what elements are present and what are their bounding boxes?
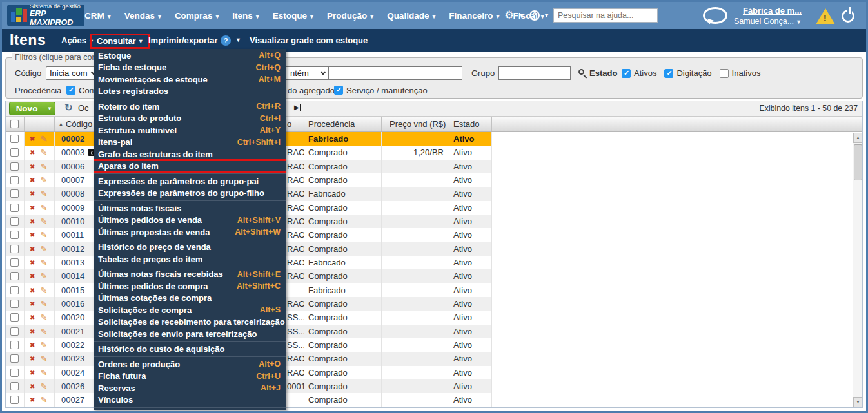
pencil-edit-icon[interactable]: ✎ — [40, 340, 47, 350]
checkbox[interactable] — [66, 86, 75, 95]
menu-item[interactable]: Estrutura de produto Ctrl+I — [94, 113, 286, 125]
pencil-edit-icon[interactable]: ✎ — [40, 148, 47, 157]
delete-x-icon[interactable]: ✖ — [30, 135, 35, 142]
novo-dropdown-icon[interactable]: ▼ — [44, 102, 55, 115]
menu-item[interactable]: Grafo das estruturas do item — [94, 148, 286, 160]
header-preco[interactable]: Preço vnd (R$) — [382, 117, 449, 131]
help-chevron-down-icon[interactable]: ▼ — [235, 29, 241, 52]
link-visualizar-grade[interactable]: Visualizar grade com estoque — [250, 29, 368, 52]
row-checkbox[interactable] — [10, 231, 19, 239]
menu-item[interactable]: Ficha de estoque Ctrl+Q — [94, 62, 286, 74]
row-checkbox[interactable] — [10, 369, 19, 377]
menu-item[interactable]: Ficha futura Ctrl+U — [94, 370, 286, 383]
delete-x-icon[interactable]: ✖ — [30, 231, 35, 238]
pencil-edit-icon[interactable]: ✎ — [40, 162, 47, 171]
pencil-edit-icon[interactable]: ✎ — [40, 258, 47, 267]
delete-x-icon[interactable]: ✖ — [30, 259, 35, 266]
row-checkbox[interactable] — [10, 313, 19, 322]
delete-x-icon[interactable]: ✖ — [30, 204, 35, 211]
row-checkbox[interactable] — [10, 300, 19, 308]
row-checkbox[interactable] — [10, 382, 19, 390]
menu-item[interactable]: Lotes registrados — [94, 86, 286, 98]
checkbox[interactable] — [334, 86, 343, 95]
item-code-link[interactable]: 00011 — [61, 230, 84, 240]
delete-x-icon[interactable]: ✖ — [30, 355, 35, 362]
pencil-edit-icon[interactable]: ✎ — [40, 244, 47, 254]
menu-item[interactable]: Últimos pedidos de venda Alt+Shift+V — [94, 215, 286, 227]
pencil-edit-icon[interactable]: ✎ — [40, 381, 47, 391]
pencil-edit-icon[interactable]: ✎ — [40, 230, 47, 240]
menu-item[interactable]: Itens-pai Ctrl+Shift+I — [94, 137, 286, 149]
delete-x-icon[interactable]: ✖ — [30, 218, 35, 225]
help-chevron-down-icon[interactable]: ▼ — [544, 2, 549, 29]
main-menu-item[interactable]: Qualidade▼ — [387, 11, 437, 21]
delete-x-icon[interactable]: ✖ — [30, 300, 35, 307]
menu-acoes[interactable]: Ações▼ — [61, 29, 94, 52]
row-checkbox[interactable] — [10, 162, 19, 171]
scroll-up-icon[interactable]: ▲ — [853, 133, 863, 143]
menu-item[interactable]: Movimentações de estoque Alt+M — [94, 73, 286, 86]
estado-option[interactable]: Ativos — [622, 68, 656, 78]
menu-item[interactable]: Expressões de parâmetros do grupo-filho — [94, 187, 286, 200]
main-menu-item[interactable]: Financeiro▼ — [449, 11, 500, 21]
menu-item[interactable]: Últimas propostas de venda Alt+Shift+W — [94, 226, 286, 238]
main-menu-item[interactable]: Estoque▼ — [273, 11, 315, 21]
item-code-link[interactable]: 00003 — [61, 148, 84, 157]
menu-item[interactable]: Solicitações de envio para terceirização — [94, 328, 286, 340]
vertical-scrollbar[interactable]: ▲ ▼ — [853, 133, 863, 407]
filters-legend[interactable]: Filtros (clique para con — [12, 53, 99, 62]
ocultar-filtros-link[interactable]: Oc — [78, 103, 89, 113]
company-link[interactable]: Fábrica de m... — [734, 6, 802, 15]
menu-item[interactable]: Roteiro do item Ctrl+R — [94, 101, 286, 113]
header-procedencia[interactable]: Procedência — [304, 117, 382, 131]
header-estado[interactable]: Estado — [449, 117, 492, 131]
delete-x-icon[interactable]: ✖ — [30, 177, 35, 184]
menu-item[interactable]: Ordens de produção Alt+O — [94, 358, 286, 370]
grupo-input[interactable] — [498, 66, 571, 80]
menu-item[interactable]: Solicitações de compra Alt+S — [94, 304, 286, 316]
menu-item[interactable]: Últimos pedidos de compra Alt+Shift+C — [94, 280, 286, 293]
delete-x-icon[interactable]: ✖ — [30, 383, 35, 390]
estado-option[interactable]: Digitação — [664, 68, 711, 78]
pencil-edit-icon[interactable]: ✎ — [40, 203, 47, 213]
menu-item[interactable]: Histórico do custo de aquisição — [94, 343, 286, 356]
menu-item[interactable]: Tabelas de preços do item — [94, 253, 286, 265]
row-checkbox[interactable] — [10, 354, 19, 363]
delete-x-icon[interactable]: ✖ — [30, 328, 35, 335]
checkbox[interactable] — [622, 69, 631, 78]
main-menu-item[interactable]: Produção▼ — [327, 11, 375, 21]
menu-item[interactable]: Últimas cotações de compra — [94, 293, 286, 305]
item-code-link[interactable]: 00013 — [61, 258, 84, 267]
pencil-edit-icon[interactable]: ✎ — [40, 189, 47, 198]
delete-x-icon[interactable]: ✖ — [30, 163, 35, 170]
pencil-edit-icon[interactable]: ✎ — [40, 175, 47, 185]
delete-x-icon[interactable]: ✖ — [30, 273, 35, 280]
row-checkbox[interactable] — [10, 341, 19, 349]
row-checkbox[interactable] — [10, 176, 19, 184]
delete-x-icon[interactable]: ✖ — [30, 149, 35, 156]
delete-x-icon[interactable]: ✖ — [30, 396, 35, 403]
menu-item[interactable]: Vínculos — [94, 394, 286, 407]
item-code-link[interactable]: 00023 — [61, 354, 84, 363]
item-code-link[interactable]: 00008 — [61, 189, 84, 198]
pencil-edit-icon[interactable]: ✎ — [40, 354, 47, 363]
main-menu-item[interactable]: Vendas▼ — [124, 11, 163, 21]
item-code-link[interactable]: 00016 — [61, 299, 84, 309]
last-page-icon[interactable]: ▶ — [294, 104, 301, 111]
estado-option[interactable]: Inativos — [720, 68, 761, 78]
item-code-link[interactable]: 00027 — [61, 395, 84, 405]
row-checkbox[interactable] — [10, 286, 19, 294]
select-all-checkbox[interactable] — [10, 120, 19, 128]
row-checkbox[interactable] — [10, 272, 19, 280]
search-icon[interactable] — [578, 69, 584, 75]
app-logo[interactable]: Sistema de gestão ERP MAXIPROD — [7, 5, 84, 26]
row-checkbox[interactable] — [10, 148, 19, 157]
chat-bubble-icon[interactable] — [703, 7, 727, 24]
item-code-link[interactable]: 00002 — [61, 134, 84, 144]
menu-item[interactable]: Últimas notas fiscais recebidas Alt+Shif… — [94, 269, 286, 281]
row-checkbox[interactable] — [10, 204, 19, 212]
gear-chevron-down-icon[interactable]: ▼ — [518, 2, 524, 29]
help-search-input[interactable] — [553, 8, 658, 23]
main-menu-item[interactable]: CRM▼ — [84, 11, 112, 21]
pencil-edit-icon[interactable]: ✎ — [40, 134, 47, 144]
